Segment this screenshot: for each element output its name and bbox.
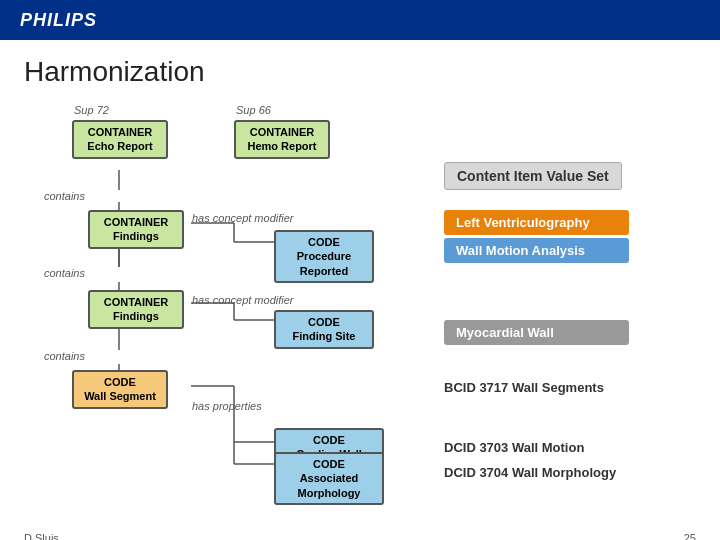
box-procedure-reported: CODE Procedure Reported [274, 230, 374, 283]
footer-page: 25 [684, 532, 696, 540]
box-findings-2: CONTAINER Findings [88, 290, 184, 329]
box-hemo-report: CONTAINER Hemo Report [234, 120, 330, 159]
diagram-container: Sup 72 Sup 66 CONTAINER Echo Report CONT… [24, 102, 704, 540]
has-concept-label-1: has concept modifier [192, 212, 294, 224]
contains-label-2: contains [44, 267, 85, 279]
main-content: Harmonization [0, 40, 720, 540]
box-wall-segment: CODE Wall Segment [72, 370, 168, 409]
value-myocardial-wall: Myocardial Wall [444, 320, 629, 345]
sup72-label: Sup 72 [74, 104, 109, 116]
value-left-ventriculography: Left Ventriculography [444, 210, 629, 235]
has-properties-label: has properties [192, 400, 262, 412]
box-findings-1: CONTAINER Findings [88, 210, 184, 249]
footer-author: D Sluis [24, 532, 59, 540]
page-title: Harmonization [24, 56, 696, 88]
value-wall-motion-analysis: Wall Motion Analysis [444, 238, 629, 263]
content-item-value-set-header: Content Item Value Set [444, 162, 622, 190]
has-concept-label-2: has concept modifier [192, 294, 294, 306]
value-bcid-3717: BCID 3717 Wall Segments [444, 377, 604, 398]
header-bar: PHILIPS [0, 0, 720, 40]
box-finding-site: CODE Finding Site [274, 310, 374, 349]
box-associated-morphology: CODE Associated Morphology [274, 452, 384, 505]
contains-label-1: contains [44, 190, 85, 202]
contains-label-3: contains [44, 350, 85, 362]
philips-logo: PHILIPS [20, 10, 97, 31]
footer: D Sluis 25 [24, 532, 696, 540]
value-dcid-3703: DCID 3703 Wall Motion [444, 437, 584, 458]
box-echo-report: CONTAINER Echo Report [72, 120, 168, 159]
sup66-label: Sup 66 [236, 104, 271, 116]
value-dcid-3704: DCID 3704 Wall Morphology [444, 462, 616, 483]
